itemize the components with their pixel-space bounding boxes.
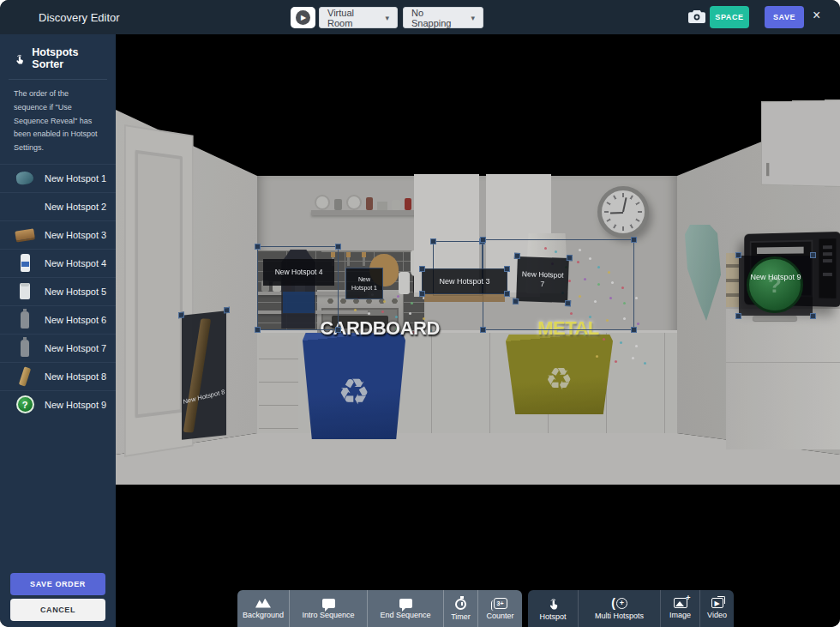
sortable-hotspot-row[interactable]: New Hotspot 6 — [0, 305, 116, 334]
selection-handle[interactable] — [224, 307, 230, 314]
sortable-hotspot-row[interactable]: New Hotspot 7 — [0, 334, 116, 362]
tool-label: Image — [669, 611, 691, 619]
tool-label: Multi Hotspots — [595, 612, 644, 620]
hanging-utensil — [363, 252, 365, 266]
sorter-header: Hotspots Sorter — [0, 34, 116, 79]
selection-handle[interactable] — [419, 291, 425, 297]
bottle-label — [283, 292, 315, 313]
soup-can-thumb — [14, 196, 36, 218]
save-order-button[interactable]: SAVE ORDER — [10, 573, 105, 595]
sortable-hotspot-row[interactable]: New Hotspot 1 — [0, 164, 116, 192]
wall-clock — [597, 186, 649, 238]
speech-bubble-icon — [399, 599, 412, 608]
selection-handle[interactable] — [504, 266, 510, 272]
hotspot-9-widget[interactable]: ? New Hotspot 9 — [739, 256, 813, 316]
space-button[interactable]: SPACE — [710, 6, 749, 28]
page-title: Discovery Editor — [39, 11, 120, 24]
selection-handle[interactable] — [810, 252, 816, 258]
cardboard-recycling-bin: ♻ — [303, 333, 405, 439]
hotspot-4-label[interactable]: New Hotspot 4 — [263, 259, 334, 286]
preview-play-button[interactable]: ▶ — [291, 7, 315, 28]
selection-handle[interactable] — [335, 327, 341, 333]
selection-handle[interactable] — [631, 237, 637, 243]
selection-handle[interactable] — [567, 255, 573, 261]
selection-handle[interactable] — [735, 252, 741, 258]
selection-handle[interactable] — [480, 237, 486, 243]
save-button[interactable]: SAVE — [765, 6, 804, 28]
hotspot-1-widget[interactable]: New Hotspot 1 — [345, 268, 383, 299]
selection-handle[interactable] — [335, 244, 341, 250]
selection-handle[interactable] — [480, 327, 486, 333]
video-tool[interactable]: ▶ Video — [699, 590, 734, 627]
selection-handle[interactable] — [255, 244, 261, 250]
image-plus-icon: + — [674, 598, 687, 608]
sortable-hotspot-row[interactable]: New Hotspot 3 — [0, 220, 116, 249]
hotspot-row-label: New Hotspot 8 — [45, 371, 106, 382]
hotspot-8-widget[interactable]: New Hotspot 8 — [182, 310, 226, 439]
milk-bottle-thumb — [14, 252, 36, 274]
selection-handle[interactable] — [178, 311, 184, 318]
timer-tool[interactable]: Timer — [443, 590, 477, 627]
multi-hotspots-tool[interactable]: ( + Multi Hotspots — [578, 590, 660, 627]
hotspot-4-widget[interactable]: New Hotspot 4 — [257, 246, 339, 330]
camera-icon[interactable] — [688, 10, 705, 24]
hotspot-row-label: New Hotspot 3 — [45, 230, 106, 240]
recycle-icon: ♻ — [338, 374, 370, 410]
top-bar: Discovery Editor ▶ Virtual Room ▾ No Sna… — [0, 0, 840, 34]
sortable-hotspot-row[interactable]: New Hotspot 2 — [0, 192, 116, 220]
multi-hotspot-icon: ( + — [611, 597, 627, 609]
gray-bottle-thumb — [14, 309, 36, 331]
selection-handle[interactable] — [419, 266, 425, 272]
tool-label: Background — [243, 611, 284, 619]
hotspot-3-label: New Hotspot 3 — [439, 277, 489, 286]
selection-handle[interactable] — [255, 327, 261, 333]
counter-tool[interactable]: 3+ Counter — [477, 590, 522, 627]
sortable-hotspot-row[interactable]: New Hotspot 4 — [0, 249, 116, 277]
hotspot-9-label: New Hotspot 9 — [741, 272, 811, 282]
cardboard-tube-thumb — [14, 365, 36, 388]
image-tool[interactable]: + Image — [660, 590, 699, 627]
kitchen-drawers — [259, 336, 298, 431]
hotspot-tool[interactable]: Hotspot — [528, 590, 578, 627]
intro-sequence-tool[interactable]: Intro Sequence — [289, 590, 367, 627]
hotspot-row-label: New Hotspot 2 — [45, 202, 106, 212]
hotspot-3-widget[interactable]: New Hotspot 3 — [422, 268, 507, 294]
hotspot-row-label: New Hotspot 4 — [45, 258, 106, 268]
hotspot-row-label: New Hotspot 5 — [45, 286, 106, 297]
hotspot-row-label: New Hotspot 9 — [45, 400, 106, 410]
selection-handle[interactable] — [513, 298, 519, 304]
hotspot-7-widget[interactable]: New Hotspot 7 — [516, 256, 569, 303]
end-sequence-tool[interactable]: End Sequence — [367, 590, 443, 627]
snapping-value: No Snapping — [411, 8, 462, 28]
selection-handle[interactable] — [504, 291, 510, 297]
scene-mode-value: Virtual Room — [327, 8, 376, 28]
snapping-select[interactable]: No Snapping ▾ — [403, 7, 483, 28]
selection-handle[interactable] — [735, 313, 741, 319]
sortable-hotspot-row[interactable]: New Hotspot 8 — [0, 362, 116, 390]
background-tool[interactable]: Background — [237, 590, 289, 627]
selection-handle[interactable] — [631, 327, 637, 333]
scene-mode-select[interactable]: Virtual Room ▾ — [319, 7, 398, 28]
discovery-editor-window: Discovery Editor ▶ Virtual Room ▾ No Sna… — [0, 0, 840, 627]
sorter-description: The order of the sequence if "Use Sequen… — [0, 80, 116, 164]
counter-icon: 3+ — [494, 598, 507, 609]
selection-handle[interactable] — [565, 300, 571, 306]
crushed-can-thumb — [14, 167, 36, 190]
tool-label: Intro Sequence — [302, 611, 354, 619]
chevron-down-icon: ▾ — [462, 14, 475, 22]
sortable-hotspot-row[interactable]: New Hotspot 5 — [0, 277, 116, 305]
sortable-hotspot-row[interactable]: ? New Hotspot 9 — [0, 390, 116, 419]
hotspot-row-label: New Hotspot 1 — [45, 173, 106, 184]
selection-handle[interactable] — [810, 313, 816, 319]
hotspot-tap-icon — [14, 52, 25, 65]
selection-handle[interactable] — [514, 253, 520, 259]
tool-label: Video — [707, 611, 727, 619]
cancel-button[interactable]: CANCEL — [10, 599, 105, 621]
tool-label: End Sequence — [380, 611, 430, 619]
pizza-box — [424, 294, 505, 302]
selection-handle[interactable] — [430, 238, 436, 244]
close-icon[interactable]: × — [813, 8, 820, 23]
hotspot-7-label: New Hotspot 7 — [519, 269, 567, 291]
scene-canvas[interactable]: ♻ ♻ CARDBOARD METAL — [116, 34, 840, 627]
speech-bubble-icon — [322, 599, 335, 608]
